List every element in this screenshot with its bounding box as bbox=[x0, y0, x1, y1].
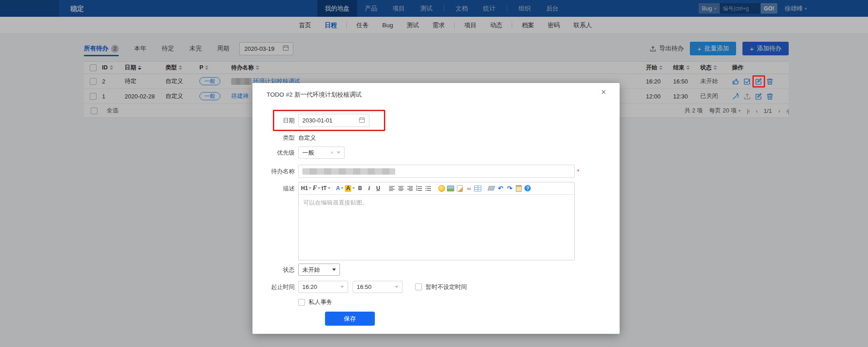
save-button[interactable]: 保存 bbox=[325, 312, 375, 326]
help-icon[interactable]: ? bbox=[524, 184, 532, 193]
field-row-private: 私人事务 bbox=[252, 298, 620, 306]
calendar-icon[interactable] bbox=[359, 117, 365, 125]
private-label: 私人事务 bbox=[309, 298, 332, 306]
redo-icon[interactable]: ↷ bbox=[505, 184, 514, 193]
field-row-name: 待办名称 * bbox=[252, 165, 620, 178]
ordered-list-icon[interactable] bbox=[415, 184, 423, 193]
insert-media-icon[interactable] bbox=[456, 184, 464, 193]
bold-icon[interactable]: B bbox=[356, 184, 364, 193]
heading-glyph: H1 bbox=[301, 185, 308, 191]
type-value: 自定义 bbox=[298, 134, 316, 142]
end-time-select[interactable]: 16:50 bbox=[353, 281, 402, 293]
priority-label: 优先级 bbox=[252, 149, 295, 157]
color-glyph: A bbox=[336, 185, 340, 191]
modal-title: TODO #2 新一代环境计划校核调试 bbox=[267, 91, 362, 99]
chevron-down-icon bbox=[332, 269, 336, 271]
date-label: 日期 bbox=[252, 117, 295, 125]
size-glyph: tT bbox=[321, 185, 326, 191]
clear-icon[interactable]: × bbox=[330, 149, 334, 156]
end-time-value: 16:50 bbox=[357, 283, 372, 290]
no-time-label: 暂时不设定时间 bbox=[426, 283, 467, 291]
rich-text-editor: H1 F tT A A B I U bbox=[298, 182, 575, 260]
chevron-down-icon bbox=[337, 152, 340, 154]
field-row-time: 起止时间 16:20 16:50 暂时不设定时间 bbox=[252, 281, 620, 293]
text-color-icon[interactable]: A bbox=[336, 184, 344, 193]
todo-name-input[interactable] bbox=[298, 165, 575, 178]
editor-toolbar: H1 F tT A A B I U bbox=[299, 182, 574, 195]
todo-name-label: 待办名称 bbox=[252, 167, 295, 176]
paste-icon[interactable] bbox=[514, 184, 523, 193]
editor-content-area[interactable]: 可以在编辑器直接贴图。 bbox=[299, 195, 574, 260]
insert-image-icon[interactable] bbox=[446, 184, 455, 193]
bg-glyph: A bbox=[345, 185, 352, 192]
status-value: 未开始 bbox=[302, 266, 320, 274]
emoticon-icon[interactable] bbox=[437, 184, 446, 193]
todo-calendar-page: 稳定 我的地盘 产品 项目 测试 文档 统计 组织 后台 Bug ▾ GO! 徐… bbox=[0, 0, 868, 347]
description-label: 描述 bbox=[252, 185, 295, 193]
chevron-down-icon bbox=[340, 286, 344, 288]
insert-link-icon[interactable]: ∞ bbox=[465, 184, 473, 193]
no-time-checkbox[interactable] bbox=[415, 283, 422, 290]
priority-select[interactable]: 一般 × bbox=[298, 147, 344, 159]
time-range-label: 起止时间 bbox=[252, 283, 295, 291]
status-label: 状态 bbox=[252, 266, 295, 274]
field-row-priority: 优先级 一般 × bbox=[252, 147, 620, 159]
begin-time-value: 16:20 bbox=[302, 283, 317, 290]
status-select[interactable]: 未开始 bbox=[298, 264, 340, 276]
date-value: 2030-01-01 bbox=[302, 117, 333, 124]
type-label: 类型 bbox=[252, 134, 295, 142]
remove-format-icon[interactable] bbox=[487, 184, 495, 193]
chevron-down-icon bbox=[395, 286, 398, 288]
align-left-icon[interactable] bbox=[388, 184, 396, 193]
align-center-icon[interactable] bbox=[397, 184, 405, 193]
field-row-status: 状态 未开始 bbox=[252, 264, 620, 276]
help-glyph: ? bbox=[524, 185, 531, 191]
field-row-type: 类型 自定义 bbox=[252, 134, 620, 142]
field-row-date: 日期 2030-01-01 bbox=[252, 114, 620, 127]
date-input[interactable]: 2030-01-01 bbox=[298, 114, 369, 127]
highlight-color-icon[interactable]: A bbox=[345, 184, 355, 193]
font-glyph: F bbox=[313, 185, 317, 192]
heading-icon[interactable]: H1 bbox=[301, 184, 311, 193]
font-size-icon[interactable]: tT bbox=[321, 184, 330, 193]
close-icon[interactable]: × bbox=[601, 88, 606, 96]
priority-value: 一般 bbox=[302, 149, 314, 157]
field-row-description: 描述 H1 F tT A A B I U bbox=[252, 182, 620, 260]
begin-time-select[interactable]: 16:20 bbox=[298, 281, 348, 293]
redacted-text-block bbox=[302, 168, 395, 175]
italic-icon[interactable]: I bbox=[365, 184, 373, 193]
edit-todo-modal: TODO #2 新一代环境计划校核调试 × 日期 2030-01-01 类型 自… bbox=[252, 83, 620, 334]
font-family-icon[interactable]: F bbox=[312, 184, 320, 193]
bullet-list-icon[interactable] bbox=[424, 184, 432, 193]
insert-table-icon[interactable] bbox=[474, 184, 482, 193]
align-right-icon[interactable] bbox=[406, 184, 414, 193]
undo-icon[interactable]: ↶ bbox=[496, 184, 504, 193]
required-asterisk: * bbox=[577, 168, 579, 175]
private-checkbox[interactable] bbox=[298, 299, 305, 306]
underline-icon[interactable]: U bbox=[374, 184, 382, 193]
